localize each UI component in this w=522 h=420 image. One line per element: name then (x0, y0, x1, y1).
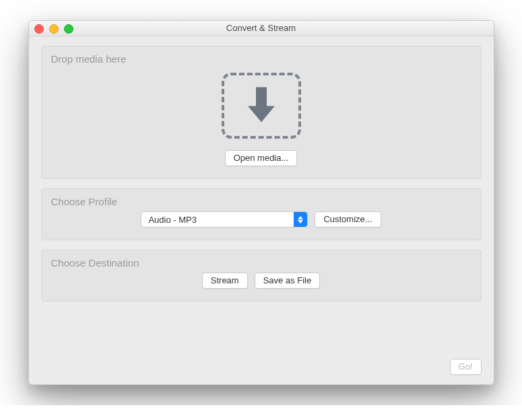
profile-select-value: Audio - MP3 (148, 215, 197, 225)
panel-drop-media: Drop media here Open media... (41, 46, 482, 179)
minimize-icon[interactable] (49, 24, 59, 34)
download-arrow-icon (244, 85, 278, 127)
drop-media-title: Drop media here (51, 53, 471, 65)
go-button[interactable]: Go! (450, 359, 482, 375)
drop-zone[interactable]: Open media... (51, 69, 471, 166)
choose-destination-title: Choose Destination (51, 257, 471, 269)
window-body: Drop media here Open media... Choose Pro… (29, 36, 494, 302)
window: Convert & Stream Drop media here Open me… (28, 20, 494, 385)
open-media-button[interactable]: Open media... (225, 150, 298, 166)
zoom-icon[interactable] (64, 24, 73, 34)
titlebar: Convert & Stream (29, 21, 494, 36)
customize-button[interactable]: Customize... (315, 211, 381, 228)
drop-box (222, 73, 301, 139)
choose-profile-title: Choose Profile (51, 196, 471, 207)
close-icon[interactable] (34, 24, 44, 34)
select-stepper-icon (294, 212, 307, 227)
panel-choose-destination: Choose Destination Stream Save as File (41, 250, 482, 302)
panel-choose-profile: Choose Profile Audio - MP3 Customize... (41, 188, 482, 240)
traffic-lights (34, 24, 73, 34)
save-as-file-button[interactable]: Save as File (255, 273, 321, 289)
window-title: Convert & Stream (226, 23, 296, 33)
profile-select[interactable]: Audio - MP3 (141, 211, 308, 228)
footer: Go! (450, 359, 482, 375)
stream-button[interactable]: Stream (202, 273, 248, 289)
